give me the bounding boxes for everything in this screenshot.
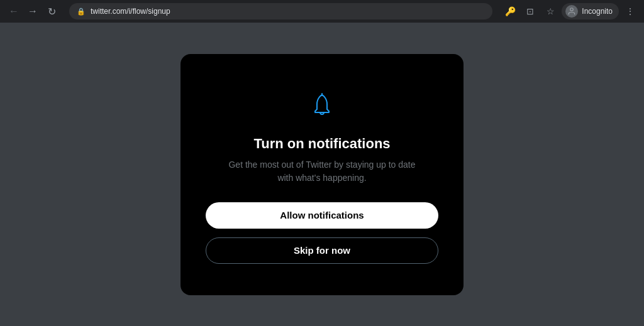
skip-for-now-button[interactable]: Skip for now [206,237,438,264]
back-button[interactable]: ← [5,3,23,20]
page-content: Turn on notifications Get the most out o… [0,23,644,326]
bell-icon [309,92,335,118]
nav-buttons: ← → ↻ [5,3,60,20]
modal-description: Get the most out of Twitter by staying u… [228,158,416,185]
incognito-badge[interactable]: Incognito [562,3,619,19]
picture-in-picture-button[interactable]: ⊡ [521,3,539,20]
allow-notifications-button[interactable]: Allow notifications [206,202,438,229]
bell-icon-wrapper [309,92,335,121]
url-text: twitter.com/i/flow/signup [91,7,485,16]
incognito-avatar [565,5,578,18]
star-button[interactable]: ☆ [541,3,559,20]
address-bar[interactable]: 🔒 twitter.com/i/flow/signup [69,3,492,19]
notification-modal: Turn on notifications Get the most out o… [180,54,464,295]
refresh-button[interactable]: ↻ [43,3,60,20]
lock-icon: 🔒 [77,8,86,16]
svg-point-0 [570,8,574,11]
forward-button[interactable]: → [24,3,42,20]
modal-title: Turn on notifications [253,136,390,152]
key-icon-button[interactable]: 🔑 [501,3,519,20]
incognito-label: Incognito [582,7,613,16]
more-button[interactable]: ⋮ [621,3,639,20]
toolbar-right: 🔑 ⊡ ☆ Incognito ⋮ [501,3,639,20]
browser-chrome: ← → ↻ 🔒 twitter.com/i/flow/signup 🔑 ⊡ ☆ … [0,0,644,23]
